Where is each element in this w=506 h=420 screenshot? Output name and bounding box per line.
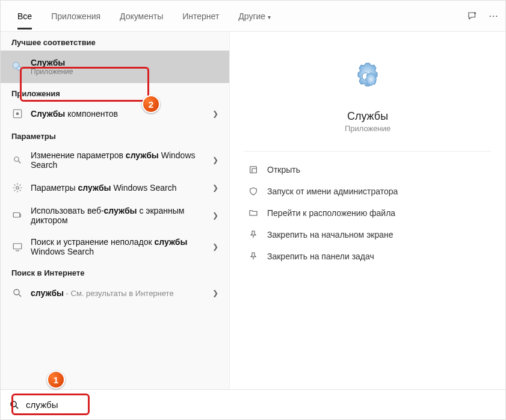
chevron-right-icon: ❯ xyxy=(212,242,218,251)
search-icon xyxy=(11,287,23,299)
services-large-icon xyxy=(348,61,387,99)
search-icon xyxy=(9,400,20,410)
result-setting-3[interactable]: Использовать веб-службы с экранным дикто… xyxy=(1,200,229,231)
detail-subtitle: Приложение xyxy=(345,124,390,133)
detail-title: Службы xyxy=(347,110,388,123)
svg-point-12 xyxy=(11,401,16,407)
pin-task-icon xyxy=(248,251,259,262)
action-pin-taskbar[interactable]: Закрепить на панели задач xyxy=(244,246,491,267)
folder-icon xyxy=(248,208,259,218)
annotation-marker-1: 1 xyxy=(47,371,65,389)
svg-rect-8 xyxy=(13,244,22,249)
admin-icon xyxy=(248,186,259,197)
chevron-down-icon: ▾ xyxy=(268,14,271,20)
tab-web[interactable]: Интернет xyxy=(173,3,229,29)
result-app-components[interactable]: Службы компонентов ❯ xyxy=(1,102,229,126)
results-panel: Лучшее соответствие Службы Приложение Пр… xyxy=(1,32,229,389)
pin-start-icon xyxy=(248,229,259,240)
gear-icon xyxy=(11,182,23,194)
more-icon[interactable]: ⋯ xyxy=(489,10,498,22)
section-apps: Приложения xyxy=(1,83,229,102)
action-run-admin[interactable]: Запуск от имени администратора xyxy=(244,181,491,202)
section-settings: Параметры xyxy=(1,126,229,144)
troubleshoot-icon xyxy=(11,241,23,253)
svg-point-2 xyxy=(17,66,21,70)
svg-point-9 xyxy=(14,289,19,295)
result-setting-1[interactable]: Изменение параметров службы Windows Sear… xyxy=(1,144,229,176)
section-web: Поиск в Интернете xyxy=(1,262,229,281)
tab-docs[interactable]: Документы xyxy=(110,3,173,29)
tab-other[interactable]: Другие▾ xyxy=(229,3,280,29)
open-icon xyxy=(248,164,259,175)
result-setting-4[interactable]: Поиск и устранение неполадок службы Wind… xyxy=(1,231,229,262)
tab-all[interactable]: Все xyxy=(8,3,42,29)
action-pin-start[interactable]: Закрепить на начальном экране xyxy=(244,224,491,246)
result-best-match[interactable]: Службы Приложение xyxy=(1,51,229,83)
component-services-icon xyxy=(11,108,23,120)
result-title: Службы xyxy=(31,58,218,67)
svg-rect-7 xyxy=(13,213,20,218)
result-text-bold: Службы xyxy=(31,109,65,119)
result-setting-2[interactable]: Параметры службы Windows Search ❯ xyxy=(1,176,229,200)
chevron-right-icon: ❯ xyxy=(212,289,218,297)
search-bar xyxy=(1,389,505,419)
svg-point-0 xyxy=(474,12,476,14)
chevron-right-icon: ❯ xyxy=(212,110,218,118)
svg-point-6 xyxy=(16,187,19,190)
search-settings-icon xyxy=(11,154,23,166)
svg-point-4 xyxy=(16,113,19,116)
feedback-icon[interactable] xyxy=(467,11,478,22)
detail-panel: Службы Приложение Открыть Запуск от имен… xyxy=(229,32,505,389)
chevron-right-icon: ❯ xyxy=(212,211,218,220)
tab-apps[interactable]: Приложения xyxy=(42,3,110,29)
result-web-search[interactable]: службы - См. результаты в Интернете ❯ xyxy=(1,281,229,305)
filter-tabs: Все Приложения Документы Интернет Другие… xyxy=(1,1,505,32)
result-subtitle: Приложение xyxy=(31,67,218,76)
section-best-match: Лучшее соответствие xyxy=(1,32,229,51)
search-input[interactable] xyxy=(26,400,497,410)
svg-point-5 xyxy=(14,157,19,162)
annotation-marker-2: 2 xyxy=(142,95,160,113)
result-text-rest: компонентов xyxy=(65,109,118,119)
action-file-location[interactable]: Перейти к расположению файла xyxy=(244,202,491,224)
narrator-icon xyxy=(11,209,23,221)
action-open[interactable]: Открыть xyxy=(244,159,491,181)
chevron-right-icon: ❯ xyxy=(212,156,218,164)
services-icon xyxy=(11,61,23,73)
chevron-right-icon: ❯ xyxy=(212,184,218,192)
svg-rect-11 xyxy=(250,167,257,173)
